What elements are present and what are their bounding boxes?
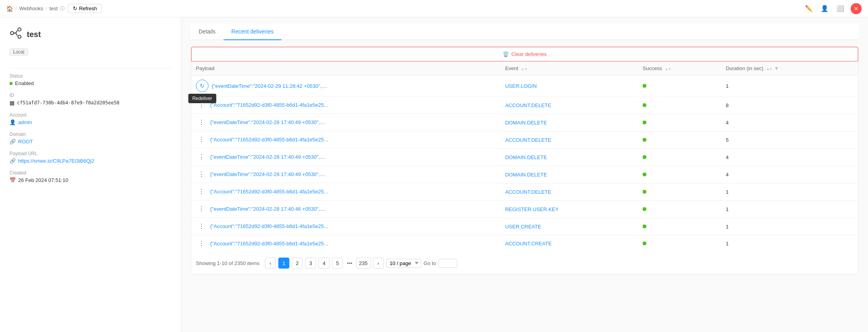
- row-menu-button[interactable]: ⋮: [196, 222, 207, 231]
- cell-duration: 4: [721, 114, 858, 131]
- event-link[interactable]: REGISTER.USER.KEY: [505, 206, 559, 212]
- layout: test Local Status Enabled ID ▦ cf51afd7-…: [0, 17, 868, 332]
- row-menu-button[interactable]: ⋮: [196, 170, 207, 179]
- col-duration: Duration (in sec) ▲▼ ▼: [721, 61, 858, 76]
- payload-link[interactable]: {"eventDateTime":"2024-02-28 17:40:49 +0…: [210, 119, 326, 125]
- tabs: Details Recent deliveries: [191, 24, 859, 40]
- table-row: ⋮{"eventDateTime":"2024-02-28 17:40:46 +…: [191, 200, 858, 218]
- event-link[interactable]: ACCOUNT.CREATE: [505, 241, 551, 247]
- col-payload: Payload: [191, 61, 500, 76]
- filter-icon[interactable]: ▼: [774, 65, 779, 71]
- payload-link[interactable]: {"Account":"71652d92-d3f0-4855-b6d1-4fa1…: [210, 223, 328, 229]
- event-link[interactable]: DOMAIN.DELETE: [505, 172, 547, 178]
- cell-duration: 1: [721, 76, 858, 97]
- user-icon[interactable]: 👤: [819, 3, 830, 14]
- window-icon[interactable]: ⬜: [835, 3, 846, 14]
- goto-input[interactable]: [438, 259, 457, 268]
- pagination: Showing 1-10 of 2350 items ‹ 1 2 3 4 5 •…: [191, 252, 858, 274]
- payload-url-section: Payload URL 🔗 https://smee.io/C9LPa7Ei3i…: [9, 151, 171, 164]
- payload-link[interactable]: {"Account":"71652d92-d3f0-4855-b6d1-4fa1…: [210, 137, 328, 143]
- payload-link[interactable]: {"Account":"71652d92-d3f0-4855-b6d1-4fa1…: [210, 189, 328, 195]
- sidebar-header: test: [9, 27, 171, 42]
- clear-deliveries-button[interactable]: 🗑️ Clear deliveries: [191, 47, 858, 61]
- payload-link[interactable]: {"eventDateTime":"2024-02-28 17:40:46 +0…: [210, 206, 326, 212]
- cell-success: [638, 183, 721, 200]
- person-icon: 👤: [9, 119, 16, 125]
- tab-details[interactable]: Details: [191, 24, 224, 40]
- cell-success: [638, 76, 721, 97]
- row-menu-button[interactable]: ⋮: [196, 187, 207, 196]
- cell-payload: ⋮{"eventDateTime":"2024-02-28 17:40:49 +…: [191, 166, 500, 183]
- sort-success-icon[interactable]: ▲▼: [665, 67, 671, 71]
- info-icon[interactable]: ⓘ: [60, 5, 65, 12]
- success-indicator: [643, 224, 646, 228]
- page-5[interactable]: 5: [332, 258, 343, 269]
- redeliver-icon-button[interactable]: ↻: [196, 80, 209, 92]
- event-link[interactable]: ACCOUNT.DELETE: [505, 102, 551, 108]
- payload-link[interactable]: {"eventDateTime":"2024-02-28 17:40:49 +0…: [210, 154, 326, 160]
- calendar-icon: 📅: [9, 177, 16, 183]
- page-4[interactable]: 4: [319, 258, 330, 269]
- payload-link[interactable]: {"Account":"71652d92-d3f0-4855-b6d1-4fa1…: [210, 102, 328, 108]
- event-link[interactable]: ACCOUNT.DELETE: [505, 137, 551, 143]
- table-row: ⋮{"eventDateTime":"2024-02-28 17:40:49 +…: [191, 148, 858, 166]
- page-dots: •••: [345, 260, 354, 266]
- close-icon[interactable]: ✕: [851, 3, 862, 14]
- home-icon[interactable]: 🏠: [6, 6, 13, 12]
- page-last[interactable]: 235: [356, 258, 371, 269]
- created-value: 📅 26 Feb 2024 07:51:10: [9, 177, 171, 183]
- cell-event: ACCOUNT.DELETE: [500, 96, 638, 114]
- cell-event: DOMAIN.DELETE: [500, 148, 638, 166]
- sort-duration-icon[interactable]: ▲▼: [766, 67, 773, 71]
- pagination-info: Showing 1-10 of 2350 items: [196, 260, 259, 266]
- page-2[interactable]: 2: [292, 258, 303, 269]
- success-indicator: [643, 155, 646, 159]
- event-link[interactable]: USER.LOGIN: [505, 83, 536, 89]
- status-value: Enabled: [9, 80, 171, 86]
- breadcrumb-webhooks[interactable]: Webhooks: [19, 6, 43, 11]
- cell-event: USER.CREATE: [500, 218, 638, 235]
- event-link[interactable]: USER.CREATE: [505, 224, 541, 230]
- row-menu-button[interactable]: ⋮: [196, 204, 207, 213]
- cell-duration: 4: [721, 148, 858, 166]
- table-row: ⋮{"Account":"71652d92-d3f0-4855-b6d1-4fa…: [191, 235, 858, 252]
- edit-icon[interactable]: ✏️: [803, 3, 814, 14]
- row-menu-button[interactable]: ⋮: [196, 239, 207, 248]
- event-link[interactable]: DOMAIN.DELETE: [505, 154, 547, 160]
- account-section: Account 👤 admin: [9, 112, 171, 125]
- table-row: ⋮{"Account":"71652d92-d3f0-4855-b6d1-4fa…: [191, 218, 858, 235]
- sidebar: test Local Status Enabled ID ▦ cf51afd7-…: [0, 17, 181, 332]
- event-link[interactable]: ACCOUNT.DELETE: [505, 189, 551, 195]
- svg-point-1: [18, 28, 21, 31]
- id-section: ID ▦ cf51afd7-730b-4db4-87e9-f0a2d205ee5…: [9, 93, 171, 106]
- tab-recent-deliveries[interactable]: Recent deliveries: [224, 24, 281, 40]
- table-row: ⋮{"Account":"71652d92-d3f0-4855-b6d1-4fa…: [191, 183, 858, 200]
- main-content: Details Recent deliveries 🗑️ Clear deliv…: [181, 17, 868, 332]
- row-menu-button[interactable]: ⋮: [196, 118, 207, 127]
- per-page-select[interactable]: 10 / page 20 / page 50 / page: [386, 259, 421, 268]
- topbar-right: ✏️ 👤 ⬜ ✕: [803, 3, 862, 14]
- cell-payload: ↻Redeliver{"eventDateTime":"2024-02-29 1…: [191, 76, 500, 96]
- cell-duration: 1: [721, 183, 858, 200]
- cell-event: ACCOUNT.DELETE: [500, 183, 638, 200]
- svg-point-0: [11, 32, 14, 35]
- cell-payload: ⋮{"eventDateTime":"2024-02-28 17:40:49 +…: [191, 114, 500, 131]
- payload-link[interactable]: {"eventDateTime":"2024-02-28 17:40:49 +0…: [210, 171, 326, 177]
- row-menu-button[interactable]: ⋮: [196, 152, 207, 161]
- sort-event-icon[interactable]: ▲▼: [521, 67, 527, 71]
- refresh-icon: ↻: [73, 6, 77, 11]
- page-prev[interactable]: ‹: [265, 258, 276, 269]
- page-1[interactable]: 1: [278, 258, 289, 269]
- refresh-button[interactable]: ↻ Refresh: [68, 4, 102, 13]
- row-menu-button[interactable]: ⋮: [196, 135, 207, 144]
- status-section: Status Enabled: [9, 73, 171, 86]
- redeliver-tooltip: Redeliver: [188, 94, 216, 103]
- page-next[interactable]: ›: [373, 258, 384, 269]
- event-link[interactable]: DOMAIN.DELETE: [505, 120, 547, 126]
- page-3[interactable]: 3: [305, 258, 316, 269]
- payload-link[interactable]: {"Account":"71652d92-d3f0-4855-b6d1-4fa1…: [210, 241, 328, 247]
- table-row: ⋮{"Account":"71652d92-d3f0-4855-b6d1-4fa…: [191, 96, 858, 114]
- payload-link[interactable]: {"eventDateTime":"2024-02-29 11:28:42 +0…: [212, 83, 327, 89]
- success-indicator: [643, 84, 646, 88]
- table-row: ⋮{"Account":"71652d92-d3f0-4855-b6d1-4fa…: [191, 131, 858, 148]
